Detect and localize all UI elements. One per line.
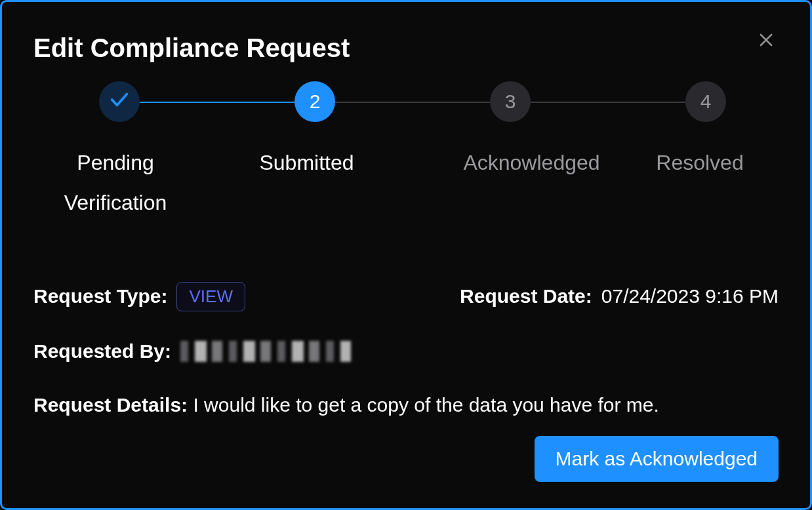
connector-2-3 — [335, 102, 490, 103]
connector-1-2 — [140, 102, 294, 103]
request-date-field: Request Date: 07/24/2023 9:16 PM — [460, 285, 779, 307]
request-type-label: Request Type: — [33, 285, 167, 307]
connector-3-4 — [531, 102, 685, 103]
step-2-circle: 2 — [294, 81, 335, 122]
modal-footer: Mark as Acknowledged — [535, 436, 779, 482]
requested-by-label: Requested By: — [33, 340, 171, 363]
step-4-circle: 4 — [685, 81, 726, 122]
check-icon — [108, 88, 131, 115]
request-type-tag: VIEW — [176, 282, 245, 311]
stepper: 2 3 4 — [99, 81, 726, 122]
request-details-value: I would like to get a copy of the data y… — [193, 394, 659, 416]
request-date-value: 07/24/2023 9:16 PM — [601, 285, 779, 307]
close-icon — [757, 31, 775, 51]
close-button[interactable] — [754, 28, 779, 53]
request-date-label: Request Date: — [460, 285, 592, 307]
requested-by-redacted — [180, 341, 351, 362]
edit-compliance-modal: Edit Compliance Request 2 3 4 Pending Ve… — [0, 0, 812, 510]
step-3-label: Acknowledged — [422, 143, 634, 223]
request-type-field: Request Type: VIEW — [33, 282, 245, 311]
request-details-label: Request Details: — [33, 394, 188, 416]
request-details-section: Request Type: VIEW Request Date: 07/24/2… — [33, 282, 779, 419]
step-1-circle — [99, 81, 140, 122]
request-details-field: Request Details: I would like to get a c… — [33, 391, 779, 419]
step-3-circle: 3 — [490, 81, 531, 122]
step-2-label: Submitted — [184, 143, 422, 223]
step-1-label: Pending Verification — [47, 143, 184, 223]
stepper-labels: Pending Verification Submitted Acknowled… — [47, 143, 765, 223]
modal-title: Edit Compliance Request — [33, 33, 779, 63]
step-4-label: Resolved — [634, 143, 765, 223]
mark-acknowledged-button[interactable]: Mark as Acknowledged — [535, 436, 779, 482]
